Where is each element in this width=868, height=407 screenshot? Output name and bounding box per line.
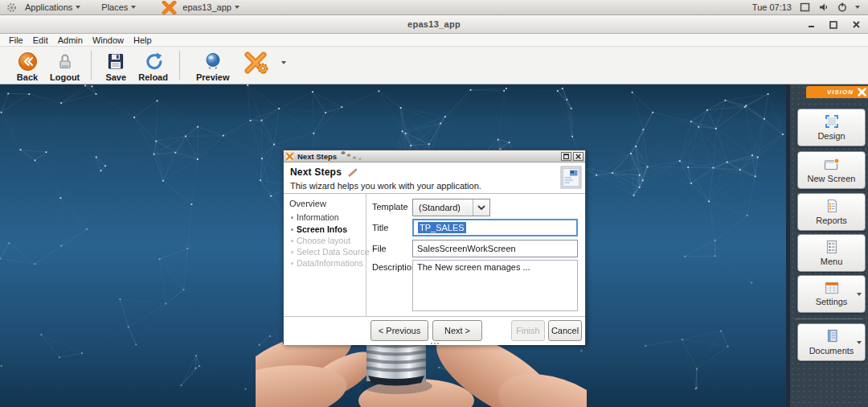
reload-button[interactable]: Reload [133,47,173,84]
wizard-step-label: Choose layout [297,236,350,245]
screen: Applications Places epas13_app Tue 07:13 [0,0,868,407]
vision-tab: VISION [806,86,868,98]
title-input[interactable]: TP_SALES [412,219,578,236]
settings-dropdown-icon[interactable] [857,293,862,296]
preview-button[interactable]: Preview [191,47,235,84]
wizard-step-data-informations[interactable]: Data/Informations [291,258,363,268]
menu-window[interactable]: Window [88,34,129,47]
back-icon [18,51,38,72]
gear-icon [6,2,17,13]
power-icon[interactable] [837,2,847,12]
logout-button[interactable]: Logout [45,47,84,84]
design-icon [825,114,839,129]
new-screen-button[interactable]: New Screen [797,151,866,189]
dialog-header: Next Steps This wizard helps you work wi… [284,162,585,194]
documents-button[interactable]: Documents [797,323,866,361]
reports-button[interactable]: Reports [797,193,866,231]
app-menu[interactable]: epas13_app [155,0,246,15]
template-select-value: (Standard) [413,203,473,212]
design-label: Design [817,131,845,141]
reports-icon [825,199,839,213]
documents-label: Documents [809,346,854,356]
wizard-step-choose-layout[interactable]: Choose layout [291,236,350,245]
maximize-icon[interactable] [828,19,839,31]
dialog-app-icon [285,152,294,161]
desktop-top-bar: Applications Places epas13_app Tue 07:13 [0,0,868,15]
menu-admin[interactable]: Admin [53,34,88,47]
window-titlebar[interactable]: epas13_app [0,15,868,34]
save-icon [107,51,125,72]
menu-file[interactable]: File [4,34,28,47]
minimize-icon[interactable] [805,19,817,31]
menu-button[interactable]: Menu [797,234,866,272]
wizard-step-label: Select Data Source [297,247,369,257]
title-label: Title [372,223,388,232]
toolbar-dropdown-icon[interactable] [281,61,286,64]
file-label: File [372,244,387,253]
applications-menu[interactable]: Applications [18,0,87,15]
documents-icon [825,329,839,343]
menu-list-icon [825,240,839,254]
file-input[interactable] [412,240,578,257]
documents-dropdown-icon[interactable] [857,341,862,344]
wizard-step-screen-infos[interactable]: Screen Infos [291,224,347,234]
volume-icon[interactable] [818,2,829,12]
design-button[interactable]: Design [797,109,866,146]
save-button[interactable]: Save [98,47,133,84]
previous-button[interactable]: < Previous [371,320,428,341]
next-button[interactable]: Next > [432,320,482,341]
sidebar: VISION Design [786,84,868,407]
logout-icon [56,51,74,72]
places-menu[interactable]: Places [95,0,142,15]
dialog-close-icon[interactable] [573,152,583,161]
wizard-header-icon [560,165,583,190]
wizard-step-label: Data/Informations [297,258,363,268]
menu-edit[interactable]: Edit [28,34,53,47]
dialog-footer: < Previous Next > Finish Cancel [284,316,585,345]
chevron-down-icon[interactable] [855,6,860,9]
reload-icon [144,51,163,72]
cancel-button[interactable]: Cancel [548,320,582,341]
sidebar-separator [795,319,863,319]
wizard-pencil-icon [346,167,358,177]
chevron-down-icon [235,6,240,9]
new-screen-icon [824,158,840,171]
dialog-titlebar[interactable]: Next Steps [284,150,585,162]
settings-button[interactable]: Settings [797,275,866,313]
wizard-step-label: Screen Infos [297,224,347,234]
applications-menu-label: Applications [25,2,72,12]
vision-close-icon[interactable] [855,86,868,98]
dialog-maximize-icon[interactable] [561,152,571,161]
settings-icon [824,282,840,294]
preview-label: Preview [196,72,230,82]
toolbar-separator [179,51,180,80]
chevron-down-icon [131,6,136,9]
template-select[interactable]: (Standard) [412,199,490,216]
wizard-step-select-data-source[interactable]: Select Data Source [291,247,369,257]
places-menu-label: Places [101,2,128,12]
app-logo-icon [235,47,273,76]
description-textarea[interactable]: The New screen manages ... [412,260,578,311]
finish-button[interactable]: Finish [511,320,545,341]
clock[interactable]: Tue 07:13 [752,2,792,12]
resize-grip[interactable] [431,343,439,344]
menubar: File Edit Admin Window Help [0,34,868,47]
bullet-icon [291,240,293,242]
wizard-form: Template (Standard) Title TP_SALES File … [366,194,587,316]
content-area: VISION Design [0,84,868,407]
wizard-nav: Overview Information Screen Infos Choose… [284,194,366,316]
wizard-step-information[interactable]: Information [291,212,339,222]
description-label: Description [372,262,416,272]
close-icon[interactable] [850,19,862,31]
wizard-step-label: Information [297,212,339,222]
dialog-title: Next Steps [297,152,337,161]
template-label: Template [372,202,408,212]
back-button[interactable]: Back [10,47,45,84]
back-label: Back [17,72,38,82]
menu-help[interactable]: Help [129,34,157,47]
vision-tab-label: VISION [827,88,854,96]
toolbar-separator [91,51,92,80]
bullet-icon [291,262,293,265]
new-screen-label: New Screen [808,174,856,183]
window-selector-icon[interactable] [800,2,810,12]
